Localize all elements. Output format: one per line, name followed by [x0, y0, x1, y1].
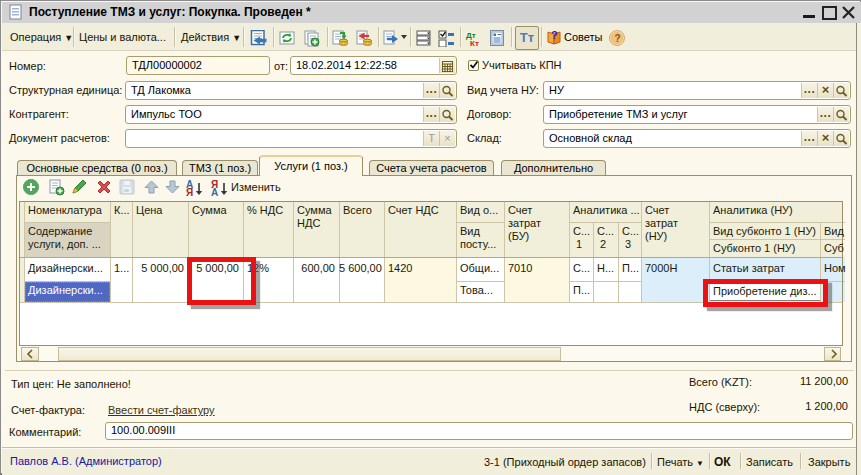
svg-text:?: ?	[551, 30, 558, 41]
svg-text:Кт: Кт	[470, 39, 479, 47]
svg-text:ок: ок	[124, 187, 130, 193]
svg-text:А: А	[211, 187, 218, 196]
svg-text:Я: Я	[186, 187, 193, 196]
svg-text:?: ?	[615, 33, 621, 44]
